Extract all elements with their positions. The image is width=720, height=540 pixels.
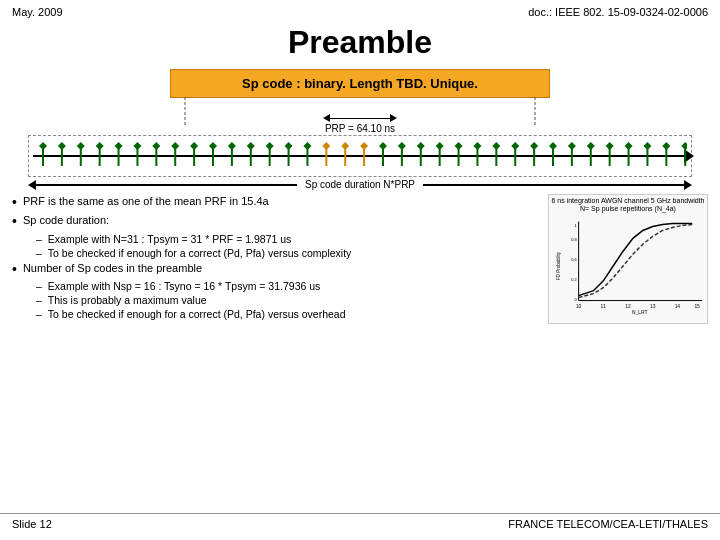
bullet-1-dot: • (12, 195, 17, 209)
svg-text:14: 14 (675, 304, 681, 309)
svg-marker-21 (209, 142, 217, 150)
prp-arrow-right (390, 114, 397, 122)
bullet-2-sub-2: – To be checked if enough for a correct … (36, 247, 540, 259)
bullet-2-text: Sp code duration: (23, 213, 109, 228)
timeline-pulses-svg (33, 138, 687, 174)
connector-right-svg (534, 97, 536, 127)
svg-marker-63 (606, 142, 614, 150)
sp-duration-row: Sp code duration N*PRP (28, 179, 692, 190)
prp-arrow-row (323, 114, 397, 122)
bullet-2-sub-2-text: To be checked if enough for a correct (P… (48, 247, 351, 259)
sp-duration-line-right (423, 184, 684, 186)
prp-arrow-left (323, 114, 330, 122)
footer: Slide 12 FRANCE TELECOM/CEA-LETI/THALES (0, 513, 720, 534)
svg-text:0.8: 0.8 (571, 237, 577, 242)
bullet-3-text: Number of Sp codes in the preamble (23, 261, 202, 276)
svg-marker-49 (473, 142, 481, 150)
duration-arrow-left (28, 180, 36, 190)
bullet-3: • Number of Sp codes in the preamble (12, 261, 540, 276)
svg-marker-61 (587, 142, 595, 150)
svg-marker-67 (643, 142, 651, 150)
footer-slide: Slide 12 (12, 518, 52, 530)
svg-text:0.2: 0.2 (571, 277, 576, 282)
bullet-3-sub-2-text: This is probably a maximum value (48, 294, 207, 306)
prp-label: PRP = 64.10 ns (325, 123, 395, 134)
svg-marker-57 (549, 142, 557, 150)
chart-title: 6 ns integration AWGN channel 5 GHz band… (549, 195, 707, 216)
svg-marker-27 (266, 142, 274, 150)
bullet-3-dot: • (12, 262, 17, 276)
page-title: Preamble (0, 24, 720, 61)
svg-marker-45 (436, 142, 444, 150)
svg-marker-29 (285, 142, 293, 150)
svg-text:11: 11 (601, 304, 607, 309)
svg-marker-25 (247, 142, 255, 150)
sp-code-box: Sp code : binary. Length TBD. Unique. (170, 69, 550, 98)
bullet-3-sub-3-text: To be checked if enough for a correct (P… (48, 308, 346, 320)
svg-text:13: 13 (650, 304, 656, 309)
svg-marker-53 (511, 142, 519, 150)
content-area: • PRF is the same as one of the mean PRF… (0, 190, 720, 324)
bullet-3-sub-2: – This is probably a maximum value (36, 294, 540, 306)
svg-marker-11 (115, 142, 123, 150)
header-date: May. 2009 (12, 6, 63, 18)
bullet-1-text: PRF is the same as one of the mean PRF i… (23, 194, 269, 209)
svg-marker-9 (96, 142, 104, 150)
svg-marker-69 (662, 142, 670, 150)
svg-marker-65 (625, 142, 633, 150)
svg-marker-47 (455, 142, 463, 150)
connector-left-svg (184, 97, 186, 127)
svg-marker-15 (152, 142, 160, 150)
footer-org: FRANCE TELECOM/CEA-LETI/THALES (508, 518, 708, 530)
svg-text:1: 1 (574, 222, 576, 227)
svg-marker-39 (379, 142, 387, 150)
svg-text:N_LRT: N_LRT (632, 310, 648, 315)
header: May. 2009 doc.: IEEE 802. 15-09-0324-02-… (0, 0, 720, 20)
bullet-3-sub-1: – Example with Nsp = 16 : Tsyno = 16 * T… (36, 280, 540, 292)
svg-marker-43 (417, 142, 425, 150)
bullet-2-dot: • (12, 214, 17, 228)
sp-duration-line-left (36, 184, 297, 186)
svg-marker-59 (568, 142, 576, 150)
bullet-3-sub-1-text: Example with Nsp = 16 : Tsyno = 16 * Tps… (48, 280, 320, 292)
bullet-2: • Sp code duration: (12, 213, 540, 228)
svg-text:0: 0 (574, 296, 577, 301)
bullets-area: • PRF is the same as one of the mean PRF… (12, 194, 540, 324)
svg-marker-5 (58, 142, 66, 150)
svg-text:FD Probability: FD Probability (556, 251, 561, 280)
bullet-2-sub: – Example with N=31 : Tpsym = 31 * PRF =… (36, 233, 540, 259)
header-doc: doc.: IEEE 802. 15-09-0324-02-0006 (528, 6, 708, 18)
svg-marker-3 (39, 142, 47, 150)
chart-area: 6 ns integration AWGN channel 5 GHz band… (548, 194, 708, 324)
svg-marker-71 (681, 142, 687, 150)
svg-text:12: 12 (625, 304, 631, 309)
timeline-dashed-box (28, 135, 692, 177)
svg-marker-19 (190, 142, 198, 150)
svg-marker-13 (133, 142, 141, 150)
svg-text:10: 10 (576, 304, 582, 309)
svg-marker-35 (341, 142, 349, 150)
bullet-3-sub-3: – To be checked if enough for a correct … (36, 308, 540, 320)
svg-marker-33 (322, 142, 330, 150)
svg-marker-31 (303, 142, 311, 150)
svg-marker-41 (398, 142, 406, 150)
timeline-wrapper: Sp code duration N*PRP (28, 135, 692, 190)
svg-marker-37 (360, 142, 368, 150)
duration-arrow-right (684, 180, 692, 190)
bullet-3-sub: – Example with Nsp = 16 : Tsyno = 16 * T… (36, 280, 540, 320)
svg-marker-23 (228, 142, 236, 150)
diagram-area: Sp code : binary. Length TBD. Unique. PR… (0, 69, 720, 190)
svg-marker-55 (530, 142, 538, 150)
svg-text:0.6: 0.6 (571, 257, 577, 262)
prp-line (330, 118, 390, 119)
svg-marker-7 (77, 142, 85, 150)
bullet-1: • PRF is the same as one of the mean PRF… (12, 194, 540, 209)
chart-svg: 10 11 12 13 14 15 0 0.2 0.6 0.8 1 FD Pro… (549, 216, 707, 316)
svg-text:15: 15 (694, 304, 700, 309)
bullet-2-sub-1: – Example with N=31 : Tpsym = 31 * PRF =… (36, 233, 540, 245)
bullet-2-sub-1-text: Example with N=31 : Tpsym = 31 * PRF = 1… (48, 233, 291, 245)
svg-marker-17 (171, 142, 179, 150)
svg-marker-51 (492, 142, 500, 150)
sp-duration-label: Sp code duration N*PRP (297, 179, 423, 190)
